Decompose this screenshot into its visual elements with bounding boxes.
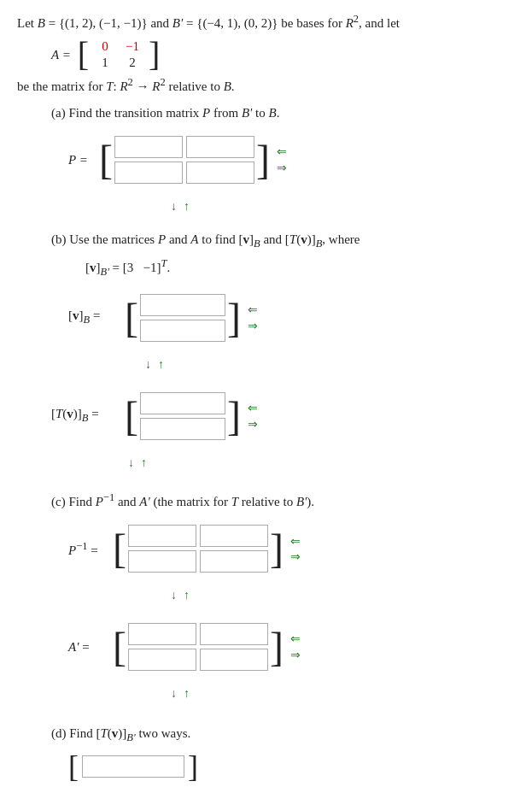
tv-arrow-down[interactable]: ↓ [128, 455, 134, 470]
tv-input-2[interactable] [140, 418, 225, 440]
p-input-12[interactable] [186, 136, 254, 158]
part-b-section: (b) Use the matrices P and A to find [v]… [17, 232, 515, 470]
tv-arrow-left[interactable]: ⇐ [248, 401, 258, 415]
p-arrow-left[interactable]: ⇐ [277, 144, 287, 159]
pinv-input-12[interactable] [200, 525, 268, 547]
part-a-label: (a) Find the transition matrix P from B'… [51, 106, 515, 120]
Tv-matrix-container: [ ] ⇐ ⇒ [125, 389, 258, 443]
a12: −1 [120, 39, 145, 54]
aprime-input-22[interactable] [200, 649, 268, 671]
aprime-input-11[interactable] [128, 623, 196, 645]
vb-arrow-down[interactable]: ↓ [145, 357, 151, 372]
part-c-section: (c) Find P−1 and A' (the matrix for T re… [17, 491, 515, 701]
p-arrow-down[interactable]: ↓ [171, 199, 177, 214]
pinv-input-11[interactable] [128, 525, 196, 547]
intro-text: Let B = {(1, 2), (−1, −1)} and B' = {(−4… [17, 13, 515, 31]
tv-arrow-right[interactable]: ⇒ [248, 417, 258, 432]
a11: 0 [92, 39, 118, 54]
A-matrix: [ 0 −1 1 2 ] [78, 38, 161, 72]
p-input-21[interactable] [114, 162, 183, 184]
tv-arrow-up[interactable]: ↑ [141, 455, 147, 470]
pinv-arrow-right[interactable]: ⇒ [290, 549, 301, 564]
part-a-section: (a) Find the transition matrix P from B'… [17, 106, 515, 214]
pinv-arrow-down[interactable]: ↓ [171, 588, 177, 602]
aprime-arrow-right[interactable]: ⇒ [290, 648, 301, 662]
pinv-input-21[interactable] [128, 550, 196, 573]
aprime-input-21[interactable] [128, 649, 196, 671]
p-arrow-up[interactable]: ↑ [184, 199, 190, 214]
A-label: A = [51, 48, 71, 62]
Aprime-label: A' = [68, 640, 108, 655]
part-b-label: (b) Use the matrices P and A to find [v]… [51, 232, 515, 250]
Pinv-matrix-container: [ ] ⇐ ⇒ [113, 521, 301, 576]
p-input-22[interactable] [186, 162, 254, 184]
Pinv-label: P−1 = [68, 540, 108, 558]
P-matrix-container: [ ] ⇐ ⇒ [99, 132, 287, 187]
vb-input-2[interactable] [140, 320, 225, 342]
vB-label: [v]B = [68, 308, 120, 326]
vb-arrow-left[interactable]: ⇐ [248, 303, 258, 317]
part-d-label: (d) Find [T(v)]B' two ways. [51, 726, 515, 744]
part-c-label: (c) Find P−1 and A' (the matrix for T re… [51, 491, 515, 509]
vb-arrow-up[interactable]: ↑ [158, 357, 164, 372]
tv-input-1[interactable] [140, 392, 225, 414]
be-matrix-text: be the matrix for T: R2 → R2 relative to… [17, 76, 515, 94]
v-given: [v]B' = [3 −1]T. [85, 257, 515, 279]
intro-section: Let B = {(1, 2), (−1, −1)} and B' = {(−4… [17, 13, 515, 94]
a21: 1 [92, 56, 118, 70]
P-label: P = [68, 153, 94, 167]
p-arrow-right[interactable]: ⇒ [277, 161, 287, 175]
part-d-section: (d) Find [T(v)]B' two ways. [ ] [17, 726, 515, 780]
aprime-input-12[interactable] [200, 623, 268, 645]
Aprime-matrix-container: [ ] ⇐ ⇒ [113, 620, 301, 674]
aprime-arrow-down[interactable]: ↓ [171, 686, 177, 701]
Tv-label: [T(v)]B = [51, 407, 120, 425]
td-final-input[interactable] [82, 755, 184, 778]
pinv-arrow-left[interactable]: ⇐ [290, 534, 301, 549]
vB-matrix-container: [ ] ⇐ ⇒ [125, 291, 258, 345]
a22: 2 [120, 56, 145, 70]
p-input-11[interactable] [114, 136, 183, 158]
pinv-input-22[interactable] [200, 550, 268, 573]
aprime-arrow-up[interactable]: ↑ [184, 686, 190, 701]
vb-arrow-right[interactable]: ⇒ [248, 319, 258, 333]
vb-input-1[interactable] [140, 294, 225, 316]
pinv-arrow-up[interactable]: ↑ [184, 588, 190, 602]
aprime-arrow-left[interactable]: ⇐ [290, 631, 301, 646]
